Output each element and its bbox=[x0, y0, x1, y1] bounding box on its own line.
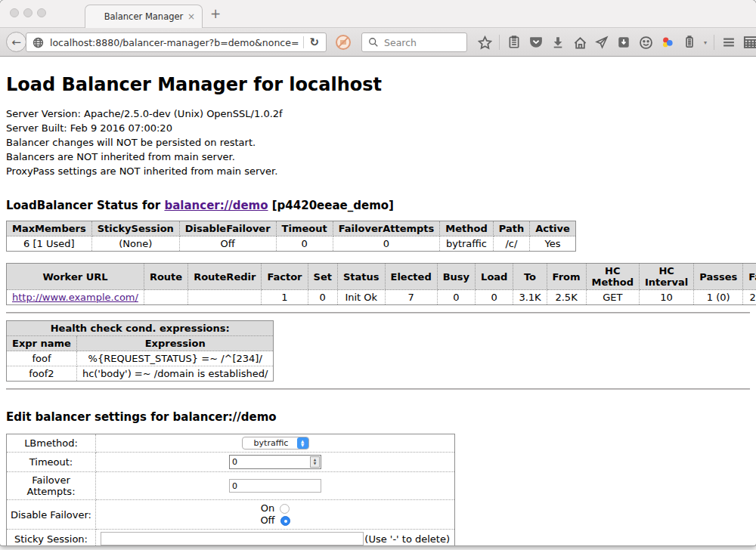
table-row: 6 [1 Used] (None) Off 0 0 bytraffic /c/ … bbox=[7, 236, 576, 252]
table-header-row: Health check cond. expressions: bbox=[7, 321, 274, 336]
col-timeout: Timeout bbox=[276, 221, 333, 236]
window-close-button[interactable] bbox=[10, 8, 19, 17]
balancer-status-table: MaxMembers StickySession DisableFailover… bbox=[6, 221, 576, 252]
health-table-title: Health check cond. expressions: bbox=[7, 321, 274, 336]
col-to: To bbox=[513, 264, 547, 290]
edit-balancer-heading: Edit balancer settings for balancer://de… bbox=[6, 410, 750, 424]
content-blocker-icon[interactable] bbox=[336, 35, 351, 50]
disable-failover-on-row: On bbox=[99, 502, 451, 514]
health-check-table: Health check cond. expressions: Expr nam… bbox=[6, 320, 274, 382]
col-expression: Expression bbox=[76, 336, 274, 351]
table-row: foof2 hc('body') =~ /domain is establish… bbox=[7, 366, 274, 382]
col-set: Set bbox=[308, 264, 337, 290]
section-divider bbox=[6, 388, 750, 390]
persist-note-line: Balancer changes will NOT be persisted o… bbox=[6, 135, 750, 150]
search-bar[interactable] bbox=[361, 32, 467, 52]
form-row-disable-failover: Disable Failover: On Off bbox=[7, 500, 455, 530]
form-row-failover-attempts: Failover Attempts: bbox=[7, 472, 455, 500]
cell-from: 2.5K bbox=[547, 290, 586, 305]
table-header-row: MaxMembers StickySession DisableFailover… bbox=[7, 221, 576, 236]
pocket-icon[interactable] bbox=[528, 35, 544, 50]
toolbar-separator bbox=[714, 35, 714, 50]
cell-fails: 2 (0) bbox=[743, 290, 756, 305]
menu-hamburger-icon[interactable] bbox=[721, 35, 736, 50]
colors-extension-icon[interactable] bbox=[660, 35, 675, 50]
disable-failover-off-row: Off bbox=[99, 514, 451, 527]
worker-table: Worker URL Route RouteRedir Factor Set S… bbox=[6, 263, 756, 305]
radio-off[interactable] bbox=[280, 516, 290, 526]
cell-disablefailover: Off bbox=[179, 236, 276, 252]
cell-maxmembers: 6 [1 Used] bbox=[7, 236, 92, 252]
col-busy: Busy bbox=[437, 264, 475, 290]
sticky-session-label: Sticky Session: bbox=[7, 530, 96, 546]
cell-hc-method: GET bbox=[586, 290, 639, 305]
downloads-icon[interactable] bbox=[550, 35, 565, 50]
page-title: Load Balancer Manager for localhost bbox=[6, 74, 750, 95]
table-header-row: Worker URL Route RouteRedir Factor Set S… bbox=[7, 264, 756, 290]
number-spinner-icon[interactable]: ▲▼ bbox=[310, 456, 320, 468]
disable-failover-label: Disable Failover: bbox=[7, 500, 96, 530]
worker-url-link[interactable]: http://www.example.com/ bbox=[12, 292, 138, 303]
search-input[interactable] bbox=[383, 36, 466, 49]
col-status: Status bbox=[337, 264, 385, 290]
col-disablefailover: DisableFailover bbox=[179, 221, 276, 236]
cell-status: Init Ok bbox=[337, 290, 385, 305]
window-zoom-button[interactable] bbox=[37, 8, 46, 17]
col-fails: Fails bbox=[743, 264, 756, 290]
cell-expr-name: foof2 bbox=[7, 366, 77, 382]
col-load: Load bbox=[476, 264, 513, 290]
cell-stickysession: (None) bbox=[91, 236, 179, 252]
reload-icon[interactable]: ↻ bbox=[309, 36, 319, 49]
home-icon[interactable] bbox=[572, 35, 587, 50]
edit-balancer-form: LBmethod: bytraffic ▲▼ Timeout: ▲▼ bbox=[6, 434, 455, 545]
sidebar-grid-icon[interactable] bbox=[743, 35, 756, 50]
new-tab-button[interactable]: + bbox=[210, 6, 221, 21]
app-install-icon[interactable] bbox=[616, 35, 631, 50]
table-header-row: Expr name Expression bbox=[7, 336, 274, 351]
battery-icon[interactable] bbox=[682, 35, 697, 50]
balancer-demo-link[interactable]: balancer://demo bbox=[164, 199, 268, 212]
urlbar-divider bbox=[303, 36, 304, 48]
loadbalancer-status-heading: LoadBalancer Status for balancer://demo … bbox=[6, 199, 750, 212]
failover-attempts-input[interactable] bbox=[229, 479, 321, 493]
col-path: Path bbox=[493, 221, 529, 236]
form-row-lbmethod: LBmethod: bytraffic ▲▼ bbox=[7, 434, 455, 453]
url-bar[interactable]: ↻ bbox=[26, 32, 327, 52]
cell-elected: 7 bbox=[385, 290, 437, 305]
cell-routeredir bbox=[188, 290, 262, 305]
window-minimize-button[interactable] bbox=[23, 8, 33, 17]
cell-factor: 1 bbox=[262, 290, 308, 305]
radio-on-label: On bbox=[261, 502, 274, 514]
proxypass-note-line: ProxyPass settings are NOT inherited fro… bbox=[6, 164, 750, 178]
radio-on[interactable] bbox=[280, 504, 290, 514]
col-elected: Elected bbox=[385, 264, 437, 290]
sticky-session-input[interactable] bbox=[101, 532, 364, 545]
reading-list-icon[interactable] bbox=[507, 35, 522, 50]
select-stepper-icon[interactable]: ▲▼ bbox=[297, 437, 308, 449]
form-row-sticky-session: Sticky Session: (Use '-' to delete) bbox=[7, 530, 455, 546]
timeout-input[interactable] bbox=[230, 457, 321, 467]
timeout-input-wrapper: ▲▼ bbox=[229, 455, 321, 469]
site-identity-globe-icon bbox=[33, 37, 44, 48]
tab-balancer-manager[interactable]: Balancer Manager × bbox=[85, 5, 203, 28]
back-button[interactable]: ← bbox=[6, 32, 26, 52]
col-routeredir: RouteRedir bbox=[188, 264, 262, 290]
tab-close-icon[interactable]: × bbox=[187, 11, 195, 22]
server-built-line: Server Built: Feb 9 2016 07:00:20 bbox=[6, 121, 750, 135]
url-input[interactable] bbox=[48, 36, 300, 49]
battery-dropdown-caret[interactable]: ▾ bbox=[704, 39, 707, 46]
status-heading-prefix: LoadBalancer Status for bbox=[6, 199, 164, 212]
feedback-smiley-icon[interactable] bbox=[638, 35, 653, 50]
col-hc-method: HC Method bbox=[586, 264, 639, 290]
cell-timeout: 0 bbox=[276, 236, 333, 252]
browser-window: Balancer Manager × + ← ↻ bbox=[0, 0, 756, 545]
col-passes: Passes bbox=[694, 264, 743, 290]
bookmark-star-icon[interactable] bbox=[477, 35, 492, 50]
col-worker-url: Worker URL bbox=[7, 264, 144, 290]
toolbar-icons: ▾ bbox=[477, 28, 756, 57]
lbmethod-select[interactable]: bytraffic ▲▼ bbox=[242, 437, 309, 450]
cell-failoverattempts: 0 bbox=[333, 236, 440, 252]
send-tab-icon[interactable] bbox=[594, 35, 609, 50]
cell-expression: %{REQUEST_STATUS} =~ /^[234]/ bbox=[76, 351, 274, 366]
table-row: http://www.example.com/ 1 0 Init Ok 7 0 … bbox=[7, 290, 756, 305]
